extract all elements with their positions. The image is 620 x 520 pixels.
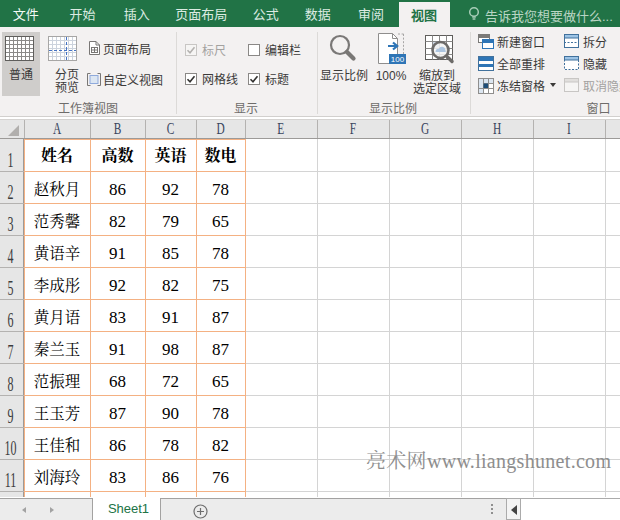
svg-text:100: 100 [391, 55, 405, 64]
